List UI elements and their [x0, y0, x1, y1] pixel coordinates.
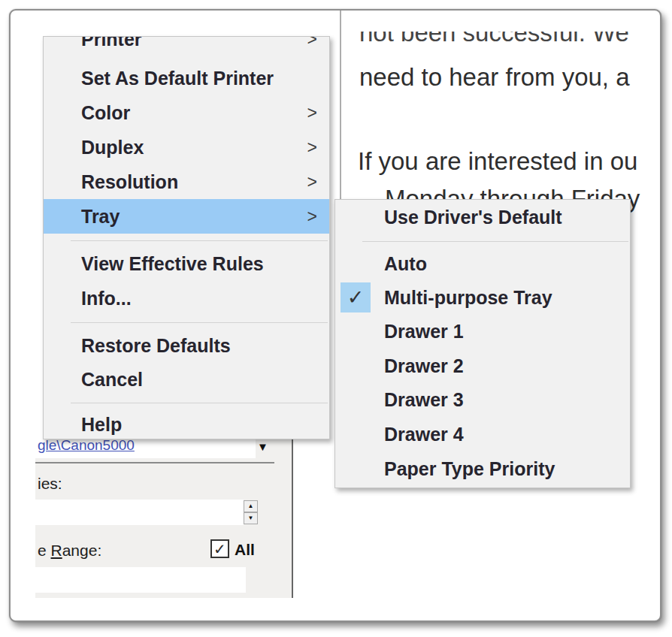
submenu-item-drawer-2[interactable]: Drawer 2 [335, 349, 630, 383]
submenu-arrow-icon: > [307, 103, 317, 123]
menu-separator [44, 315, 329, 329]
submenu-item-label: Drawer 2 [384, 355, 464, 377]
submenu-item-label: Drawer 4 [384, 424, 464, 445]
menu-item-label: Restore Defaults [81, 335, 231, 357]
all-checkbox-label: All [235, 541, 255, 559]
submenu-item-auto[interactable]: Auto [335, 247, 630, 281]
menu-separator [335, 235, 630, 247]
page-range-input[interactable] [35, 567, 246, 593]
tray-submenu: Use Driver's Default Auto ✓ Multi-purpos… [334, 199, 631, 488]
submenu-item-paper-type-priority[interactable]: Paper Type Priority [335, 451, 630, 487]
check-icon: ✓ [341, 282, 371, 312]
menu-item-help[interactable]: Help [44, 409, 329, 440]
menu-item-duplex[interactable]: Duplex > [44, 130, 329, 165]
menu-item-color[interactable]: Color > [44, 95, 329, 130]
menu-item-label: Set As Default Printer [81, 68, 274, 89]
menu-item-label: Tray [81, 206, 120, 228]
dialog-separator [35, 462, 274, 463]
submenu-item-multi-purpose-tray[interactable]: ✓ Multi-purpose Tray [335, 281, 630, 315]
menu-separator [44, 234, 329, 247]
print-dialog-panel: gle\Canon5000 ▼ ies: ▲ ▼ e Range: ✓ All [35, 431, 293, 598]
all-checkbox[interactable]: ✓ [210, 539, 229, 558]
menu-item-label: View Effective Rules [81, 253, 264, 275]
menu-item-label: Resolution [81, 171, 178, 193]
document-text-line: If you are interested in ou [358, 147, 637, 176]
menu-separator [44, 397, 329, 409]
menu-item-label: Color [81, 102, 130, 124]
menu-item-label: Info... [81, 288, 132, 309]
submenu-item-label: Multi-purpose Tray [384, 287, 552, 309]
document-window-left-edge [340, 11, 341, 200]
copies-input[interactable] [35, 500, 244, 525]
menu-item-resolution[interactable]: Resolution > [44, 165, 329, 199]
menu-item-tray-highlighted[interactable]: Tray > [44, 199, 329, 234]
menu-item-label: Duplex [81, 137, 144, 158]
submenu-item-label: Use Driver's Default [384, 207, 562, 228]
submenu-item-label: Drawer 3 [384, 389, 464, 411]
dropdown-arrow-icon[interactable]: ▼ [257, 440, 268, 453]
submenu-arrow-icon: > [307, 37, 317, 50]
spin-down-button[interactable]: ▼ [244, 512, 258, 524]
menu-item-set-as-default-printer[interactable]: Set As Default Printer [44, 61, 329, 95]
menu-item-label: Help [81, 414, 122, 436]
submenu-item-use-drivers-default[interactable]: Use Driver's Default [335, 200, 630, 235]
submenu-arrow-icon: > [307, 207, 317, 227]
copies-stepper: ▲ ▼ [244, 500, 258, 524]
copies-label: ies: [38, 475, 62, 493]
menu-item-view-effective-rules[interactable]: View Effective Rules [44, 247, 329, 281]
page-range-label: e Range: [38, 542, 101, 560]
printer-context-menu: Printer > Set As Default Printer Color >… [43, 36, 330, 439]
submenu-item-label: Paper Type Priority [384, 458, 555, 480]
submenu-item-label: Drawer 1 [384, 321, 464, 343]
menu-item-info[interactable]: Info... [44, 281, 329, 315]
menu-item-label: Cancel [81, 369, 143, 391]
submenu-arrow-icon: > [307, 137, 317, 158]
submenu-item-drawer-3[interactable]: Drawer 3 [335, 383, 630, 417]
menu-item-restore-defaults[interactable]: Restore Defaults [44, 329, 329, 363]
menu-item-printer[interactable]: Printer > [44, 37, 329, 61]
spin-up-button[interactable]: ▲ [244, 500, 258, 512]
submenu-item-label: Auto [384, 253, 427, 275]
screenshot-frame: not been successful. We need to hear fro… [9, 9, 661, 622]
document-text-line: need to hear from you, a [359, 63, 630, 92]
submenu-arrow-icon: > [307, 172, 317, 192]
submenu-item-drawer-1[interactable]: Drawer 1 [335, 315, 630, 349]
document-text-line-clipped: not been successful. We [359, 32, 660, 51]
menu-item-label: Printer [81, 37, 142, 50]
menu-item-cancel[interactable]: Cancel [44, 363, 329, 397]
checkbox-check-icon: ✓ [213, 540, 226, 558]
submenu-item-drawer-4[interactable]: Drawer 4 [335, 417, 630, 451]
